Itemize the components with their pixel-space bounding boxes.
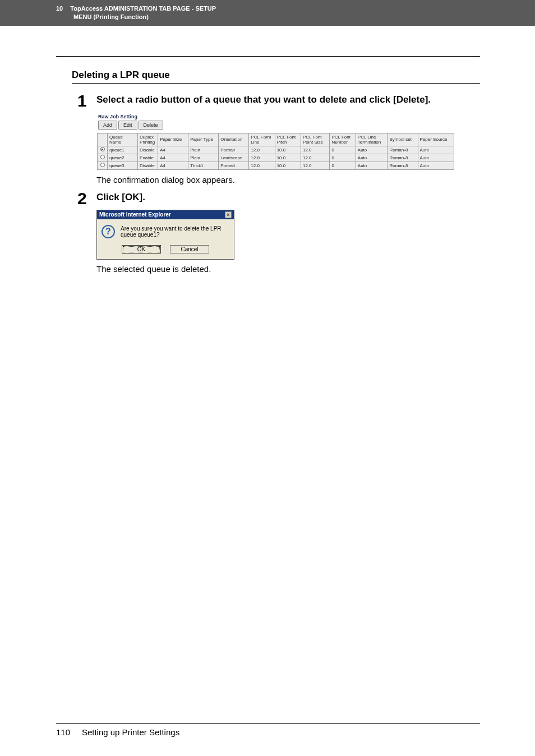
delete-button[interactable]: Delete bbox=[139, 121, 163, 130]
cell: 12.0 bbox=[249, 154, 275, 162]
confirm-dialog: Microsoft Internet Explorer × Are you su… bbox=[96, 210, 234, 260]
cell: 12.0 bbox=[301, 146, 330, 154]
cell: 0 bbox=[330, 162, 356, 169]
col-symbol-set: Symbol set bbox=[388, 133, 418, 146]
cell: queue1 bbox=[108, 146, 138, 154]
col-form-line: PCL Form Line bbox=[249, 133, 275, 146]
cell: 0 bbox=[330, 146, 356, 154]
top-rule bbox=[56, 56, 480, 57]
col-font-pitch: PCL Font Pitch bbox=[275, 133, 301, 146]
cell: Disable bbox=[138, 146, 158, 154]
table-row: queue2EnableA4PlainLandscape12.010.012.0… bbox=[98, 154, 454, 162]
page-header: 10 TopAccess ADMINISTRATION TAB PAGE - S… bbox=[0, 0, 535, 26]
table-row: queue1DisableA4PlainPortrait12.010.012.0… bbox=[98, 146, 454, 154]
section-rule bbox=[72, 83, 480, 84]
step-2: 2 Click [OK]. Microsoft Internet Explore… bbox=[72, 190, 480, 274]
footer-rule bbox=[56, 723, 480, 724]
cancel-button[interactable]: Cancel bbox=[170, 245, 209, 253]
dialog-title-text: Microsoft Internet Explorer bbox=[99, 211, 171, 218]
cell: Auto bbox=[418, 146, 454, 154]
cell: queue2 bbox=[108, 154, 138, 162]
step-2-caption: The selected queue is deleted. bbox=[96, 264, 480, 274]
col-duplex: Duplex Printing bbox=[138, 133, 158, 146]
dialog-titlebar: Microsoft Internet Explorer × bbox=[97, 210, 234, 219]
col-paper-type: Paper Type bbox=[188, 133, 219, 146]
cell: 10.0 bbox=[275, 146, 301, 154]
edit-button[interactable]: Edit bbox=[118, 121, 137, 130]
queue-table-body: queue1DisableA4PlainPortrait12.010.012.0… bbox=[98, 146, 454, 169]
queue-table-head: Queue Name Duplex Printing Paper Size Pa… bbox=[98, 133, 454, 146]
cell: 12.0 bbox=[301, 154, 330, 162]
cell: 12.0 bbox=[249, 146, 275, 154]
queue-radio[interactable] bbox=[98, 162, 108, 169]
cell: 0 bbox=[330, 154, 356, 162]
cell: Auto bbox=[418, 154, 454, 162]
col-paper-size: Paper Size bbox=[158, 133, 188, 146]
radio-icon[interactable] bbox=[100, 155, 105, 159]
step-1-title: Select a radio button of a queue that yo… bbox=[96, 94, 480, 107]
section-title: Deleting a LPR queue bbox=[72, 70, 480, 81]
col-orientation: Orientation bbox=[219, 133, 249, 146]
step-1-caption: The confirmation dialog box appears. bbox=[96, 175, 480, 185]
col-font-point: PCL Font Point Size bbox=[301, 133, 330, 146]
raw-job-buttons: Add Edit Delete bbox=[97, 121, 479, 133]
radio-icon[interactable] bbox=[100, 147, 105, 151]
cell: 10.0 bbox=[275, 162, 301, 169]
col-radio bbox=[98, 133, 108, 146]
cell: A4 bbox=[158, 162, 188, 169]
cell: Enable bbox=[138, 154, 158, 162]
cell: 12.0 bbox=[249, 162, 275, 169]
step-1-number: 1 bbox=[72, 93, 96, 185]
step-2-number: 2 bbox=[72, 190, 96, 274]
col-font-number: PCL Font Number bbox=[330, 133, 356, 146]
col-paper-source: Paper Source bbox=[418, 133, 454, 146]
chapter-title-line1: TopAccess ADMINISTRATION TAB PAGE - SETU… bbox=[70, 5, 216, 12]
footer-section: Setting up Printer Settings bbox=[82, 727, 179, 737]
dialog-message: Are you sure you want to delete the LPR … bbox=[121, 225, 229, 238]
page-number: 110 bbox=[56, 727, 70, 737]
cell: Auto bbox=[356, 162, 388, 169]
cell: Auto bbox=[418, 162, 454, 169]
table-row: queue3DisableA4Thick1Portrait12.010.012.… bbox=[98, 162, 454, 169]
page: 10 TopAccess ADMINISTRATION TAB PAGE - S… bbox=[0, 0, 535, 756]
ok-button[interactable]: OK bbox=[122, 245, 161, 253]
cell: Roman-8 bbox=[388, 146, 418, 154]
footer-text: 110 Setting up Printer Settings bbox=[56, 727, 480, 737]
col-line-term: PCL Line Termination bbox=[356, 133, 388, 146]
cell: Portrait bbox=[219, 146, 249, 154]
question-icon bbox=[102, 225, 115, 238]
cell: Plain bbox=[188, 146, 219, 154]
queue-radio[interactable] bbox=[98, 146, 108, 154]
cell: Portrait bbox=[219, 162, 249, 169]
cell: Auto bbox=[356, 154, 388, 162]
chapter-number: 10 bbox=[56, 5, 63, 12]
cell: Roman-8 bbox=[388, 162, 418, 169]
cell: Roman-8 bbox=[388, 154, 418, 162]
page-footer: 110 Setting up Printer Settings bbox=[56, 723, 480, 737]
chapter-title-line2: MENU (Printing Function) bbox=[73, 13, 535, 21]
raw-job-title: Raw Job Setting bbox=[97, 113, 479, 121]
queue-radio[interactable] bbox=[98, 154, 108, 162]
cell: Auto bbox=[356, 146, 388, 154]
step-1: 1 Select a radio button of a queue that … bbox=[72, 93, 480, 185]
cell: 12.0 bbox=[301, 162, 330, 169]
radio-icon[interactable] bbox=[100, 163, 105, 167]
close-icon[interactable]: × bbox=[225, 211, 232, 218]
content: Deleting a LPR queue 1 Select a radio bu… bbox=[72, 67, 480, 716]
cell: 10.0 bbox=[275, 154, 301, 162]
step-2-title: Click [OK]. bbox=[96, 191, 480, 204]
queue-table: Queue Name Duplex Printing Paper Size Pa… bbox=[97, 133, 454, 170]
cell: Thick1 bbox=[188, 162, 219, 169]
cell: Disable bbox=[138, 162, 158, 169]
cell: A4 bbox=[158, 146, 188, 154]
add-button[interactable]: Add bbox=[98, 121, 117, 130]
cell: Landscape bbox=[219, 154, 249, 162]
cell: queue3 bbox=[108, 162, 138, 169]
col-queue-name: Queue Name bbox=[108, 133, 138, 146]
raw-job-panel: Raw Job Setting Add Edit Delete Queue Na… bbox=[96, 112, 480, 170]
cell: Plain bbox=[188, 154, 219, 162]
cell: A4 bbox=[158, 154, 188, 162]
